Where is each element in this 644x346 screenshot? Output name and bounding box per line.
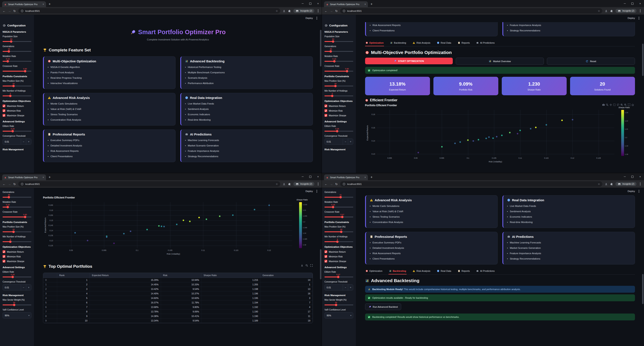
scrollbar[interactable] <box>320 30 322 173</box>
slider-thumb[interactable] <box>334 85 336 87</box>
maximize-button[interactable] <box>628 173 636 180</box>
slider-track[interactable] <box>2 86 31 87</box>
browser-tab[interactable]: Smart Portfolio Optimizer Pro × <box>2 174 46 180</box>
slider-thumb[interactable] <box>12 85 14 87</box>
slider-track[interactable] <box>324 41 353 42</box>
slider-track[interactable] <box>324 96 353 96</box>
deploy-button[interactable]: Deploy <box>306 190 313 192</box>
slider-generations[interactable]: Generations41 <box>324 191 353 198</box>
slider-max-position-size[interactable]: Max Position Size (%)20 <box>2 80 31 87</box>
slider-thumb[interactable] <box>330 50 332 53</box>
new-tab-button[interactable]: + <box>47 174 52 180</box>
slider-thumb[interactable] <box>335 304 337 306</box>
slider-crossover-rate[interactable]: Crossover Rate0.80 <box>2 211 31 217</box>
market-overview-button[interactable]: Market Overview <box>456 58 544 65</box>
tab-close-icon[interactable]: × <box>364 3 366 6</box>
slider-track[interactable] <box>2 241 31 242</box>
slider-track[interactable] <box>324 241 353 242</box>
checkbox-maximize-return[interactable]: Maximize Return <box>324 250 353 253</box>
forward-button[interactable]: → <box>8 10 11 13</box>
checkbox-minimize-risk[interactable]: Minimize Risk <box>2 109 31 112</box>
extensions-icon[interactable] <box>288 10 291 13</box>
slider-thumb[interactable] <box>332 41 334 43</box>
start-optimization-button[interactable]: START OPTIMIZATION <box>365 58 453 64</box>
tab-ai-predictions[interactable]: AI Predictions <box>476 40 495 46</box>
slider-thumb[interactable] <box>9 95 12 97</box>
number-input[interactable]: 0.01−+ <box>324 139 353 145</box>
slider-thumb[interactable] <box>12 130 14 132</box>
slider-thumb[interactable] <box>340 231 342 233</box>
slider-track[interactable] <box>324 231 353 232</box>
run-backtest-button[interactable]: Run Advanced Backtest <box>365 303 402 310</box>
bookmark-star-icon[interactable]: ☆ <box>598 183 600 186</box>
slider-thumb[interactable] <box>13 304 15 306</box>
new-tab-button[interactable]: + <box>369 174 374 180</box>
slider-track[interactable] <box>2 71 31 72</box>
site-info-icon[interactable] <box>342 10 346 13</box>
slider-track[interactable] <box>324 61 353 62</box>
slider-max-position-size[interactable]: Max Position Size (%)30 <box>324 226 353 232</box>
tab-reports[interactable]: Reports <box>457 40 470 46</box>
back-button[interactable]: ← <box>324 10 328 13</box>
slider-track[interactable] <box>324 207 353 207</box>
slider-generations[interactable]: Generations30 <box>2 191 31 198</box>
slider-elitism-rate[interactable]: Elitism Rate0.20 <box>2 271 31 277</box>
slider-elitism-rate[interactable]: Elitism Rate0.27 <box>324 271 353 277</box>
checkbox-minimize-risk[interactable]: Minimize Risk <box>324 109 353 112</box>
scrollbar[interactable] <box>642 30 644 173</box>
tab-risk-analysis[interactable]: Risk Analysis <box>412 268 431 274</box>
slider-track[interactable] <box>324 131 353 132</box>
slider-track[interactable] <box>2 131 31 132</box>
reload-button[interactable]: ↻ <box>335 183 338 186</box>
deploy-button[interactable]: Deploy <box>628 190 635 192</box>
scrollbar[interactable] <box>320 203 322 345</box>
slider-thumb[interactable] <box>9 241 12 243</box>
select-box-icon[interactable] <box>613 103 616 106</box>
slider-elitism-rate[interactable]: Elitism Rate0.20 <box>2 125 31 132</box>
checkbox-maximize-sharpe[interactable]: Maximize Sharpe <box>324 260 353 262</box>
minimize-button[interactable] <box>299 173 306 180</box>
number-input[interactable]: 0.01−+ <box>2 139 31 145</box>
app-menu-icon[interactable] <box>638 17 640 20</box>
checkbox-minimize-risk[interactable]: Minimize Risk <box>324 255 353 258</box>
bookmark-star-icon[interactable]: ☆ <box>276 183 278 186</box>
efficient-frontier-chart[interactable]: Portfolio Efficient Frontier0.0850.090.0… <box>365 103 635 164</box>
browser-menu-icon[interactable] <box>639 10 642 12</box>
tab-optimization[interactable]: Optimization <box>365 268 383 274</box>
slider-track[interactable] <box>324 197 353 198</box>
lasso-icon[interactable] <box>617 103 620 106</box>
new-tab-button[interactable]: + <box>369 1 374 7</box>
number-input[interactable]: 0.01−+ <box>324 284 353 290</box>
close-button[interactable]: × <box>314 0 322 7</box>
pan-icon[interactable] <box>610 103 612 106</box>
efficient-frontier-chart[interactable]: Portfolio Efficient Frontier0.090.0950.1… <box>43 196 313 256</box>
slider-generations[interactable]: Generations30 <box>324 45 353 52</box>
maximize-button[interactable] <box>306 0 314 7</box>
slider-track[interactable] <box>324 71 353 72</box>
deploy-button[interactable]: Deploy <box>306 17 313 19</box>
slider-min-number-of-holdings[interactable]: Min Number of Holdings5 <box>2 235 31 242</box>
checkbox-maximize-sharpe[interactable]: Maximize Sharpe <box>2 260 31 262</box>
site-info-icon[interactable] <box>21 183 24 186</box>
tab-risk-analysis[interactable]: Risk Analysis <box>412 40 431 46</box>
expand-icon[interactable] <box>310 264 313 267</box>
slider-thumb[interactable] <box>337 276 340 278</box>
slider-mutation-rate[interactable]: Mutation Rate0.19 <box>324 55 353 62</box>
extensions-icon[interactable] <box>610 10 613 13</box>
browser-menu-icon[interactable] <box>639 183 642 185</box>
slider-thumb[interactable] <box>336 241 339 243</box>
download-icon[interactable] <box>282 183 286 186</box>
slider-min-number-of-holdings[interactable]: Min Number of Holdings5 <box>324 90 353 96</box>
back-button[interactable]: ← <box>2 10 6 13</box>
slider-population-size[interactable]: Population Size50 <box>2 35 31 42</box>
forward-button[interactable]: → <box>330 183 333 186</box>
scrollbar-thumb[interactable] <box>320 30 322 67</box>
slider-track[interactable] <box>324 217 353 217</box>
app-menu-icon[interactable] <box>316 190 318 193</box>
tab-backtesting[interactable]: Backtesting <box>390 40 406 46</box>
new-tab-button[interactable]: + <box>47 1 52 7</box>
zoom-icon[interactable] <box>606 103 608 106</box>
download-icon[interactable] <box>605 183 608 186</box>
checkbox-maximize-return[interactable]: Maximize Return <box>2 105 31 107</box>
select-input[interactable]: 95%▾ <box>2 312 31 318</box>
